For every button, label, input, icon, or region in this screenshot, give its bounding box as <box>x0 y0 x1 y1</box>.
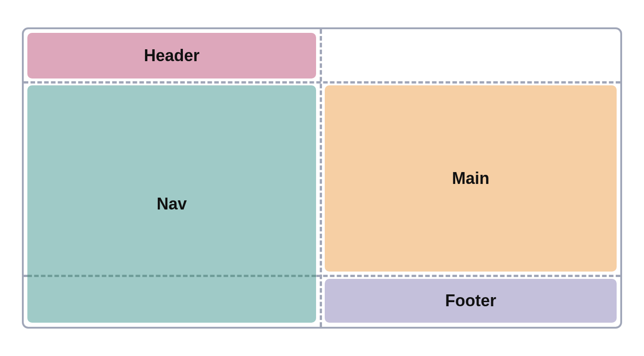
footer-label: Footer <box>445 291 496 310</box>
nav-region: Nav <box>27 85 316 323</box>
header-region: Header <box>27 33 316 79</box>
nav-label: Nav <box>156 194 187 214</box>
nav-overflow-dash <box>27 275 316 277</box>
main-region: Main <box>325 85 617 272</box>
header-label: Header <box>144 46 199 65</box>
grid-layout-diagram: Header Nav Main Footer <box>22 27 622 329</box>
grid-line-horizontal-1 <box>24 81 620 84</box>
grid-line-vertical <box>320 29 322 327</box>
main-label: Main <box>452 169 489 188</box>
footer-region: Footer <box>325 279 617 323</box>
